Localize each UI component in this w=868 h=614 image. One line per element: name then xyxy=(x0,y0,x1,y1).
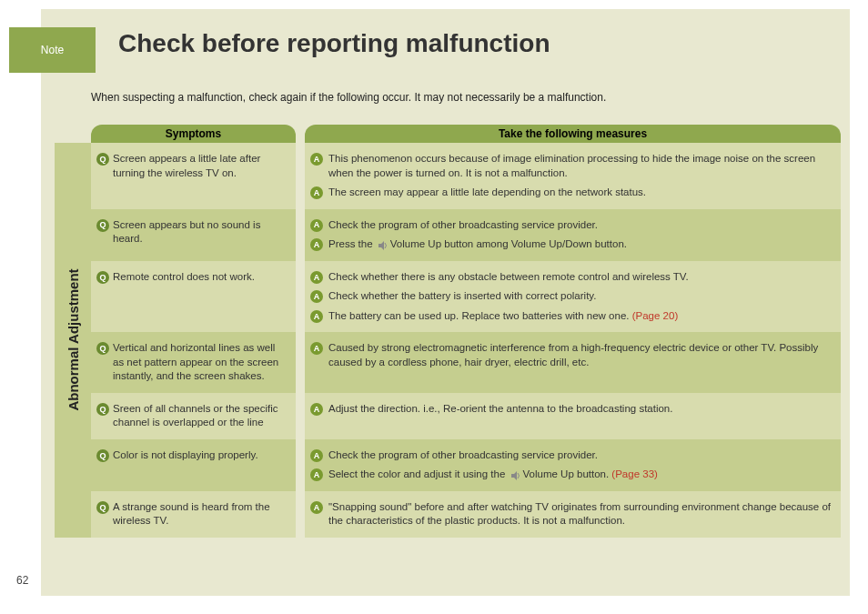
page-number: 62 xyxy=(16,574,28,587)
category-label: Abnormal Adjustment xyxy=(66,269,81,411)
volume-up-icon xyxy=(378,240,389,249)
answer-line: APress the Volume Up button among Volume… xyxy=(310,237,832,252)
measures-cell: ACaused by strong electromagnetic interf… xyxy=(305,332,841,393)
answer-badge-icon: A xyxy=(310,310,323,323)
symptom-cell: QRemote control does not work. xyxy=(91,261,296,333)
question-badge-icon: Q xyxy=(96,501,109,514)
answer-badge-icon: A xyxy=(310,238,323,251)
table-header: Symptoms Take the following measures xyxy=(55,123,841,143)
note-tab: Note xyxy=(9,27,96,73)
table-row: QSreen of all channels or the specific c… xyxy=(91,393,841,439)
troubleshooting-table: Symptoms Take the following measures Abn… xyxy=(55,123,841,587)
table-row: QScreen appears but no sound is heard.AC… xyxy=(91,209,841,261)
symptom-text: Vertical and horizontal lines as well as… xyxy=(113,341,288,384)
question-badge-icon: Q xyxy=(96,219,109,232)
answer-text: Select the color and adjust it using the… xyxy=(328,468,658,482)
measures-cell: AAdjust the direction. i.e., Re-orient t… xyxy=(305,393,841,439)
symptom-text: A strange sound is heard from the wirele… xyxy=(113,500,288,528)
answer-line: ACheck whether there is any obstacle bet… xyxy=(310,270,832,285)
page-reference: (Page 20) xyxy=(632,310,679,321)
table-row: QA strange sound is heard from the wirel… xyxy=(91,491,841,538)
symptom-cell: QVertical and horizontal lines as well a… xyxy=(91,332,296,393)
question-badge-icon: Q xyxy=(96,403,109,416)
answer-text: Adjust the direction. i.e., Re-orient th… xyxy=(328,402,672,417)
answer-line: A"Snapping sound" before and after watch… xyxy=(310,500,832,528)
answer-line: ASelect the color and adjust it using th… xyxy=(310,468,832,482)
answer-badge-icon: A xyxy=(310,290,323,303)
answer-line: ACheck whether the battery is inserted w… xyxy=(310,289,832,304)
symptom-cell: QScreen appears but no sound is heard. xyxy=(91,209,296,261)
note-label: Note xyxy=(41,44,64,56)
volume-up-icon xyxy=(510,470,521,479)
answer-line: AAdjust the direction. i.e., Re-orient t… xyxy=(310,402,832,417)
measures-cell: AThis phenomenon occurs because of image… xyxy=(305,143,841,209)
question-badge-icon: Q xyxy=(96,449,109,462)
measures-cell: ACheck whether there is any obstacle bet… xyxy=(305,261,841,333)
answer-badge-icon: A xyxy=(310,501,323,514)
symptom-text: Screen appears a little late after turni… xyxy=(113,152,288,180)
symptom-cell: QScreen appears a little late after turn… xyxy=(91,143,296,209)
table-row: QColor is not displaying properly.ACheck… xyxy=(91,439,841,491)
category-column: Abnormal Adjustment xyxy=(55,143,91,538)
answer-line: ACheck the program of other broadcasting… xyxy=(310,218,832,233)
answer-badge-icon: A xyxy=(310,153,323,166)
answer-text: Check the program of other broadcasting … xyxy=(328,448,598,463)
answer-badge-icon: A xyxy=(310,449,323,462)
answer-badge-icon: A xyxy=(310,186,323,199)
answer-line: AThis phenomenon occurs because of image… xyxy=(310,152,832,180)
answer-badge-icon: A xyxy=(310,271,323,284)
answer-line: ACheck the program of other broadcasting… xyxy=(310,448,832,463)
page-title: Check before reporting malfunction xyxy=(118,29,550,58)
answer-line: AThe screen may appear a little late dep… xyxy=(310,186,832,200)
symptom-text: Screen appears but no sound is heard. xyxy=(113,218,288,247)
symptom-text: Color is not displaying properly. xyxy=(113,448,258,463)
symptom-text: Remote control does not work. xyxy=(113,270,255,285)
question-badge-icon: Q xyxy=(96,271,109,284)
answer-badge-icon: A xyxy=(310,403,323,416)
answer-text: Check the program of other broadcasting … xyxy=(328,218,598,233)
answer-text: Check whether there is any obstacle betw… xyxy=(328,270,689,285)
table-row: QScreen appears a little late after turn… xyxy=(91,143,841,209)
answer-text: The battery can be used up. Replace two … xyxy=(328,309,678,324)
measures-cell: A"Snapping sound" before and after watch… xyxy=(305,491,841,538)
intro-text: When suspecting a malfunction, check aga… xyxy=(91,91,606,104)
symptom-cell: QSreen of all channels or the specific c… xyxy=(91,393,296,439)
table-row: QVertical and horizontal lines as well a… xyxy=(91,332,841,393)
answer-line: AThe battery can be used up. Replace two… xyxy=(310,309,832,324)
answer-line: ACaused by strong electromagnetic interf… xyxy=(310,341,832,369)
symptom-cell: QA strange sound is heard from the wirel… xyxy=(91,491,296,538)
question-badge-icon: Q xyxy=(96,342,109,355)
question-badge-icon: Q xyxy=(96,153,109,166)
answer-badge-icon: A xyxy=(310,342,323,355)
symptom-text: Sreen of all channels or the specific ch… xyxy=(113,402,288,430)
answer-text: Caused by strong electromagnetic interfe… xyxy=(328,341,832,369)
symptom-cell: QColor is not displaying properly. xyxy=(91,439,296,491)
answer-text: Check whether the battery is inserted wi… xyxy=(328,289,596,304)
answer-text: This phenomenon occurs because of image … xyxy=(328,152,832,180)
answer-text: The screen may appear a little late depe… xyxy=(328,186,646,200)
table-row: QRemote control does not work.ACheck whe… xyxy=(91,261,841,333)
col-header-measures: Take the following measures xyxy=(305,125,841,143)
answer-badge-icon: A xyxy=(310,468,323,481)
answer-text: "Snapping sound" before and after watchi… xyxy=(328,500,832,528)
measures-cell: ACheck the program of other broadcasting… xyxy=(305,439,841,491)
answer-badge-icon: A xyxy=(310,219,323,232)
answer-text: Press the Volume Up button among Volume … xyxy=(328,237,627,252)
measures-cell: ACheck the program of other broadcasting… xyxy=(305,209,841,261)
col-header-symptoms: Symptoms xyxy=(91,125,296,143)
page-reference: (Page 33) xyxy=(611,468,658,479)
